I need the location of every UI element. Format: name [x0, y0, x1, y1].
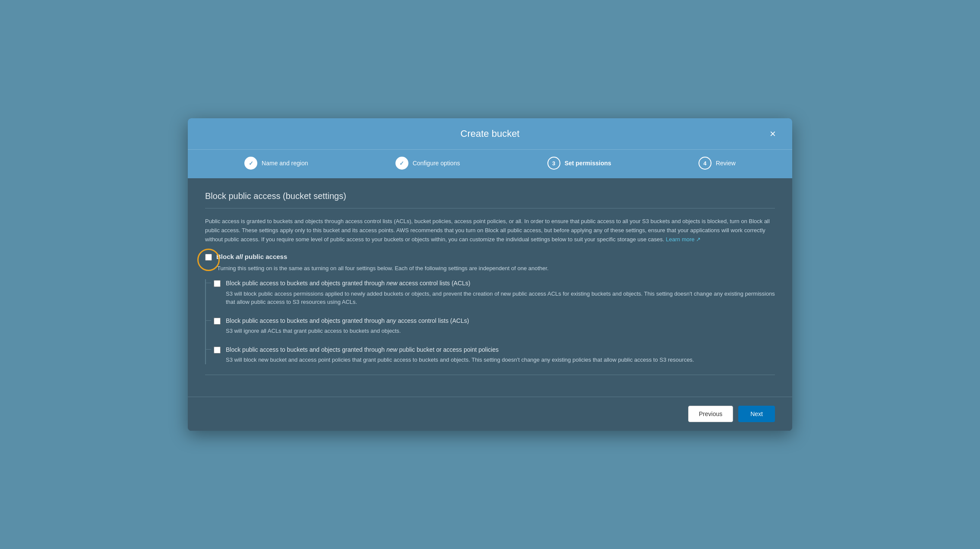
sub-option-2-content: Block public access to buckets and objec…	[226, 317, 775, 335]
footer-divider	[205, 375, 775, 375]
sub-option-3-desc: S3 will block new bucket and access poin…	[226, 356, 775, 364]
sub-option-3-checkbox[interactable]	[214, 347, 221, 353]
modal-header: Create bucket ×	[188, 118, 792, 149]
sub-option-1-title: Block public access to buckets and objec…	[226, 279, 775, 288]
step-1-circle: ✓	[244, 157, 257, 170]
create-bucket-modal: Create bucket × ✓ Name and region ✓ Conf…	[188, 118, 792, 431]
sub-option-2: Block public access to buckets and objec…	[214, 317, 775, 335]
description-text: Public access is granted to buckets and …	[205, 217, 775, 244]
step-3: 3 Set permissions	[547, 157, 611, 170]
stepper: ✓ Name and region ✓ Configure options 3 …	[188, 149, 792, 178]
block-all-checkbox[interactable]	[205, 254, 212, 261]
step-2: ✓ Configure options	[395, 157, 460, 170]
main-checkbox-group: Block all public access Turning this set…	[205, 253, 775, 273]
sub-option-2-title: Block public access to buckets and objec…	[226, 317, 775, 325]
step-3-circle: 3	[547, 157, 560, 170]
step-3-label: Set permissions	[565, 160, 611, 167]
sub-option-3: Block public access to buckets and objec…	[214, 346, 775, 364]
sub-option-3-title: Block public access to buckets and objec…	[226, 346, 775, 354]
section-divider	[205, 208, 775, 208]
step-4-label: Review	[716, 160, 736, 167]
learn-more-link[interactable]: Learn more ↗	[666, 236, 701, 243]
sub-option-3-content: Block public access to buckets and objec…	[226, 346, 775, 364]
sub-option-1-desc: S3 will block public access permissions …	[226, 290, 775, 306]
modal-title: Create bucket	[394, 128, 587, 139]
modal-footer: Previous Next	[188, 397, 792, 431]
block-all-label[interactable]: Block all public access	[216, 253, 287, 260]
sub-option-1-checkbox[interactable]	[214, 280, 221, 287]
step-4-circle: 4	[699, 157, 711, 170]
previous-button[interactable]: Previous	[688, 406, 733, 422]
sub-option-2-checkbox[interactable]	[214, 318, 221, 325]
step-1-label: Name and region	[262, 160, 308, 167]
step-1: ✓ Name and region	[244, 157, 308, 170]
section-title: Block public access (bucket settings)	[205, 191, 775, 201]
step-4: 4 Review	[699, 157, 736, 170]
main-checkbox-row: Block all public access	[205, 253, 775, 261]
step-2-label: Configure options	[413, 160, 460, 167]
sub-option-1-content: Block public access to buckets and objec…	[226, 279, 775, 306]
sub-option-1: Block public access to buckets and objec…	[214, 279, 775, 306]
sub-options-wrapper: Block public access to buckets and objec…	[205, 279, 775, 364]
step-2-circle: ✓	[395, 157, 408, 170]
block-all-sublabel: Turning this setting on is the same as t…	[217, 264, 775, 273]
sub-option-2-desc: S3 will ignore all ACLs that grant publi…	[226, 327, 775, 335]
next-button[interactable]: Next	[738, 406, 775, 422]
close-button[interactable]: ×	[766, 127, 779, 141]
modal-body: Block public access (bucket settings) Pu…	[188, 178, 792, 397]
